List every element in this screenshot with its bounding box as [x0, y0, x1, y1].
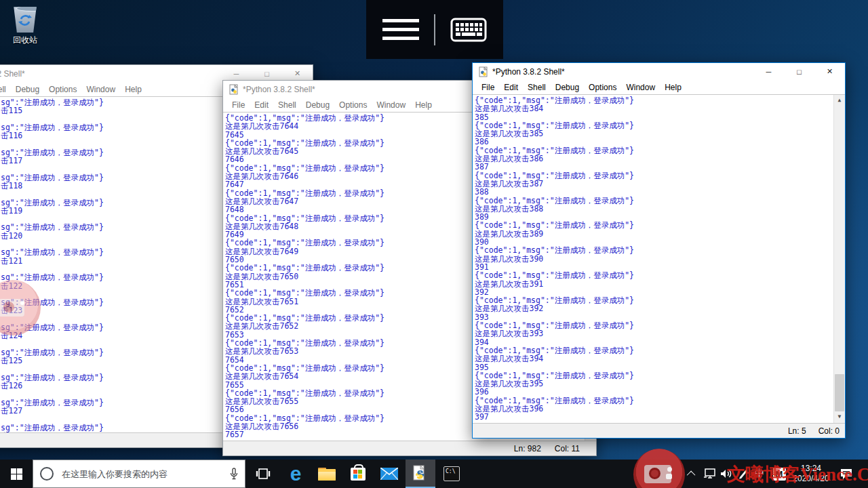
menu-item[interactable]: Window	[621, 83, 660, 92]
shell-line: 这是第几次攻击7655	[225, 397, 384, 405]
menu-item[interactable]: Debug	[301, 100, 334, 110]
shell-line	[1, 165, 104, 173]
network-tray-button[interactable]	[701, 460, 719, 488]
shell-line: 击118	[1, 182, 104, 190]
shell-line: 这是第几次攻击390	[475, 255, 634, 263]
menubar: FileEditShellDebugOptionsWindowHelp	[473, 80, 845, 95]
status-line: Ln: 982	[514, 444, 541, 453]
menu-item[interactable]: Shell	[273, 100, 301, 110]
keyboard-icon[interactable]	[450, 17, 487, 43]
menu-item[interactable]: File	[477, 83, 499, 92]
tray-expand-button[interactable]	[684, 460, 700, 488]
shell-line: 这是第几次攻击391	[475, 280, 634, 288]
shell-line: 这是第几次攻击7654	[225, 372, 384, 380]
menu-item[interactable]: Edit	[499, 83, 523, 92]
shell-line: 这是第几次攻击7649	[225, 247, 384, 256]
shell-line: 这是第几次攻击7648	[225, 222, 384, 230]
store-icon	[351, 468, 366, 481]
menu-item[interactable]: Window	[81, 85, 120, 94]
shell-line: {"code":1,"msg":"注册成功，登录成功"}	[225, 214, 384, 222]
vertical-scrollbar[interactable]: ▲ ▼	[833, 95, 845, 423]
command-prompt-button[interactable]: C:\	[437, 460, 467, 488]
windows-logo-icon	[11, 468, 22, 480]
microphone-icon[interactable]	[230, 468, 238, 480]
recycle-bin-label: 回收站	[5, 35, 45, 46]
taskbar-search[interactable]	[33, 460, 245, 488]
file-explorer-button[interactable]	[312, 460, 342, 488]
floating-toolbar	[366, 0, 503, 59]
shell-line: 395	[475, 363, 634, 371]
shell-line: 这是第几次攻击7644	[225, 122, 384, 130]
shell-line: 这是第几次攻击384	[475, 104, 634, 113]
menu-hamburger-icon[interactable]	[382, 19, 419, 40]
desktop: { "desktop": { "recycle_bin_label": "回收站…	[0, 0, 868, 488]
shell-line	[1, 415, 104, 423]
shell-line: 击126	[1, 382, 104, 390]
edge-icon: e	[290, 464, 302, 484]
maximize-button[interactable]: □	[784, 63, 814, 80]
menu-item[interactable]: Debug	[551, 83, 584, 92]
idle-file-icon	[478, 66, 489, 77]
shell-line: 这是第几次攻击7647	[225, 197, 384, 205]
shell-line: 这是第几次攻击387	[475, 180, 634, 188]
search-input[interactable]	[60, 468, 223, 480]
shell-line: 397	[475, 413, 634, 421]
scroll-up-icon[interactable]: ▲	[834, 95, 845, 106]
minimize-button[interactable]: ─	[753, 63, 784, 80]
shell-output-lines: sg":"注册成功，登录成功"}击115 sg":"注册成功，登录成功"}击11…	[1, 98, 104, 432]
menu-item[interactable]: Shell	[0, 85, 11, 94]
edge-button[interactable]: e	[281, 460, 311, 488]
shell-line: 击116	[1, 131, 104, 140]
menu-item[interactable]: Options	[44, 85, 81, 94]
shell-line: {"code":1,"msg":"注册成功，登录成功"}	[225, 264, 384, 272]
shell-line: {"code":1,"msg":"注册成功，登录成功"}	[475, 197, 634, 205]
recycle-bin-rim	[16, 5, 47, 12]
menu-item[interactable]: Help	[120, 85, 146, 94]
shell-line: 这是第几次攻击7653	[225, 347, 384, 355]
window-title: *Python 3.8.2 Shell*	[0, 69, 25, 79]
window-title: *Python 3.8.2 Shell*	[243, 85, 315, 94]
shell-line: 这是第几次攻击7656	[225, 422, 384, 430]
menu-item[interactable]: Help	[660, 83, 686, 92]
window-title: *Python 3.8.2 Shell*	[492, 67, 565, 77]
mail-button[interactable]	[374, 460, 404, 488]
menu-item[interactable]: Options	[584, 83, 621, 92]
recycle-bin[interactable]: 回收站	[5, 4, 45, 46]
menu-item[interactable]: Shell	[523, 83, 551, 92]
shell-line	[1, 140, 104, 148]
mail-icon	[380, 468, 398, 480]
shell-line: {"code":1,"msg":"注册成功，登录成功"}	[225, 289, 384, 297]
shell-line: 击125	[1, 357, 104, 365]
shell-line: 7648	[225, 205, 384, 214]
store-button[interactable]	[343, 460, 373, 488]
scroll-down-icon[interactable]: ▼	[834, 411, 845, 423]
recycle-bin-icon	[12, 4, 38, 33]
chevron-up-icon	[686, 470, 695, 479]
shell-line: 这是第几次攻击7651	[225, 298, 384, 306]
menu-item[interactable]: Options	[334, 100, 372, 110]
menu-item[interactable]: File	[227, 100, 250, 110]
cortana-icon	[40, 467, 54, 481]
task-view-button[interactable]	[248, 460, 278, 488]
titlebar[interactable]: *Python 3.8.2 Shell* ─ □ ✕	[473, 63, 845, 80]
idle-file-icon	[229, 84, 239, 95]
shell-line: 这是第几次攻击389	[475, 230, 634, 238]
menu-item[interactable]: Help	[410, 100, 437, 110]
status-line: Ln: 5	[788, 426, 806, 436]
statusbar: Ln: 982 Col: 11	[223, 441, 596, 455]
scroll-thumb[interactable]	[835, 374, 844, 411]
shell-line: 387	[475, 163, 634, 171]
shell-line: {"code":1,"msg":"注册成功，登录成功"}	[225, 239, 384, 247]
menu-item[interactable]: Edit	[250, 100, 273, 110]
menu-item[interactable]: Window	[372, 100, 410, 110]
shell-line	[1, 365, 104, 373]
python-idle-button[interactable]	[406, 460, 435, 488]
shell-line: 这是第几次攻击395	[475, 380, 634, 388]
shell-line: {"code":1,"msg":"注册成功，登录成功"}	[475, 271, 634, 279]
start-button[interactable]	[0, 460, 33, 488]
shell-output-area[interactable]: {"code":1,"msg":"注册成功，登录成功"}这是第几次攻击38438…	[473, 95, 845, 423]
shell-line: 这是第几次攻击7646	[225, 172, 384, 180]
menu-item[interactable]: Debug	[11, 85, 44, 94]
close-button[interactable]: ✕	[814, 63, 845, 80]
shell-line: 这是第几次攻击386	[475, 155, 634, 163]
